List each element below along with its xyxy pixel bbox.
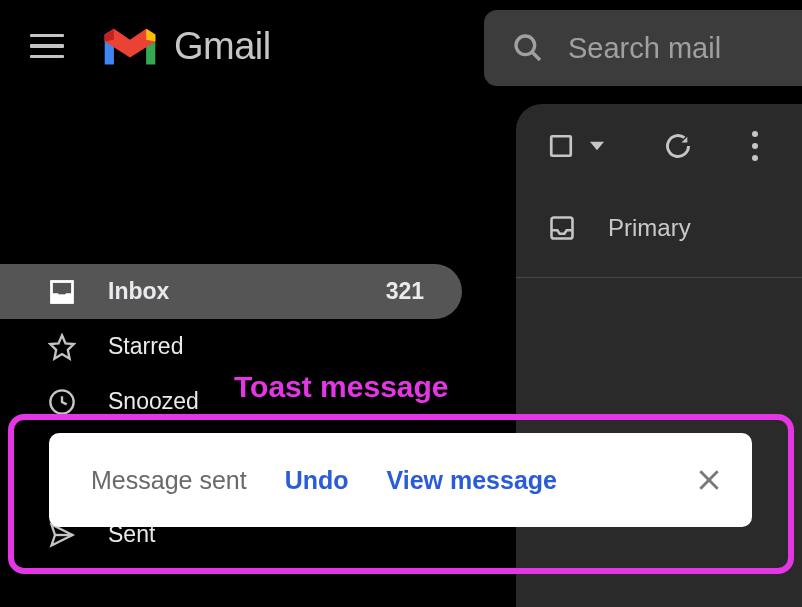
select-dropdown-icon[interactable]: [590, 139, 604, 153]
gmail-logo[interactable]: Gmail: [100, 23, 271, 69]
toast: Message sent Undo View message: [49, 433, 752, 527]
undo-button[interactable]: Undo: [285, 466, 349, 495]
close-button[interactable]: [696, 467, 722, 493]
sidebar-item-inbox[interactable]: Inbox 321: [0, 264, 462, 319]
sidebar-item-label: Inbox: [108, 278, 386, 305]
svg-line-1: [532, 52, 540, 60]
inbox-tab-icon: [548, 214, 576, 242]
svg-rect-3: [552, 217, 573, 238]
toast-message: Message sent: [91, 466, 247, 495]
hamburger-menu-icon[interactable]: [30, 34, 64, 58]
toolbar: [516, 104, 802, 188]
search-placeholder: Search mail: [568, 32, 721, 65]
annotation-label: Toast message: [234, 370, 449, 404]
search-bar[interactable]: Search mail: [484, 10, 802, 86]
star-icon: [48, 333, 76, 361]
svg-point-0: [516, 36, 535, 55]
close-icon: [696, 467, 722, 493]
tab-primary[interactable]: Primary: [516, 208, 802, 278]
sidebar-item-count: 321: [386, 278, 424, 305]
more-icon[interactable]: [752, 131, 758, 161]
refresh-icon[interactable]: [664, 132, 692, 160]
gmail-logo-icon: [100, 23, 160, 69]
app-name: Gmail: [174, 25, 271, 68]
tab-primary-label: Primary: [608, 214, 691, 242]
clock-icon: [48, 388, 76, 416]
sidebar-item-label: Starred: [108, 333, 462, 360]
select-all-checkbox[interactable]: [548, 133, 574, 159]
svg-rect-2: [551, 136, 571, 156]
inbox-icon: [48, 278, 76, 306]
search-icon: [512, 32, 544, 64]
view-message-button[interactable]: View message: [387, 466, 557, 495]
sidebar-item-starred[interactable]: Starred: [0, 319, 462, 374]
main-pane: Primary: [516, 104, 802, 607]
